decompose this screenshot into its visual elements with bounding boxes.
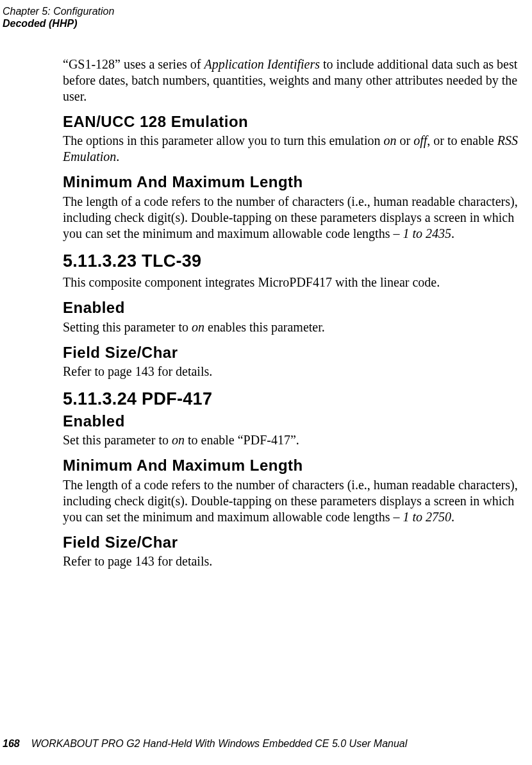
- enabled2-italic: on: [172, 433, 185, 447]
- page-header: Chapter 5: Configuration Decoded (HHP): [3, 5, 114, 29]
- enabled1-pre: Setting this parameter to: [63, 320, 192, 334]
- tlc-paragraph: This composite component integrates Micr…: [63, 274, 531, 290]
- chapter-line: Chapter 5: Configuration: [3, 5, 114, 17]
- fieldsize1-heading: Field Size/Char: [63, 344, 531, 361]
- ean-pre: The options in this parameter allow you …: [63, 133, 383, 147]
- page-content: “GS1-128” uses a series of Application I…: [63, 56, 531, 578]
- fieldsize2-heading: Field Size/Char: [63, 534, 531, 551]
- minmax1-heading: Minimum And Maximum Length: [63, 174, 531, 190]
- minmax1-paragraph: The length of a code refers to the numbe…: [63, 194, 531, 242]
- ean-paragraph: The options in this parameter allow you …: [63, 133, 531, 165]
- manual-title: WORKABOUT PRO G2 Hand-Held With Windows …: [31, 738, 408, 749]
- page-number: 168: [3, 738, 20, 749]
- pdf-heading: 5.11.3.24 PDF-417: [63, 390, 531, 409]
- enabled2-pre: Set this parameter to: [63, 433, 172, 447]
- section-line-text: Decoded (HHP): [3, 18, 77, 29]
- enabled1-post: enables this parameter.: [204, 320, 325, 334]
- enabled1-italic: on: [192, 320, 204, 334]
- minmax2-post: .: [451, 510, 454, 524]
- ean-off: off: [413, 133, 427, 147]
- minmax1-post: .: [451, 226, 454, 240]
- enabled2-heading: Enabled: [63, 413, 531, 430]
- minmax2-italic: 1 to 2750: [403, 510, 451, 524]
- gs1-italic: Application Identifiers: [204, 57, 320, 71]
- enabled1-paragraph: Setting this parameter to on enables thi…: [63, 319, 531, 335]
- enabled2-post: to enable “PDF-417”.: [185, 433, 299, 447]
- minmax1-italic: 1 to 2435: [403, 226, 451, 240]
- fieldsize1-paragraph: Refer to page 143 for details.: [63, 364, 531, 380]
- fieldsize2-paragraph: Refer to page 143 for details.: [63, 553, 531, 569]
- ean-post: .: [116, 149, 119, 164]
- ean-heading: EAN/UCC 128 Emulation: [63, 113, 531, 130]
- ean-mid1: or: [396, 133, 413, 147]
- enabled1-heading: Enabled: [63, 299, 531, 316]
- tlc-heading: 5.11.3.23 TLC-39: [63, 252, 531, 271]
- ean-mid2: , or to enable: [427, 133, 497, 147]
- page-footer: 168WORKABOUT PRO G2 Hand-Held With Windo…: [3, 738, 532, 750]
- section-line: Decoded (HHP): [3, 17, 114, 29]
- minmax2-paragraph: The length of a code refers to the numbe…: [63, 477, 531, 525]
- ean-on: on: [383, 133, 396, 147]
- enabled2-paragraph: Set this parameter to on to enable “PDF-…: [63, 432, 531, 448]
- gs1-pre: “GS1-128” uses a series of: [63, 57, 204, 71]
- gs1-paragraph: “GS1-128” uses a series of Application I…: [63, 56, 531, 105]
- minmax2-heading: Minimum And Maximum Length: [63, 457, 531, 474]
